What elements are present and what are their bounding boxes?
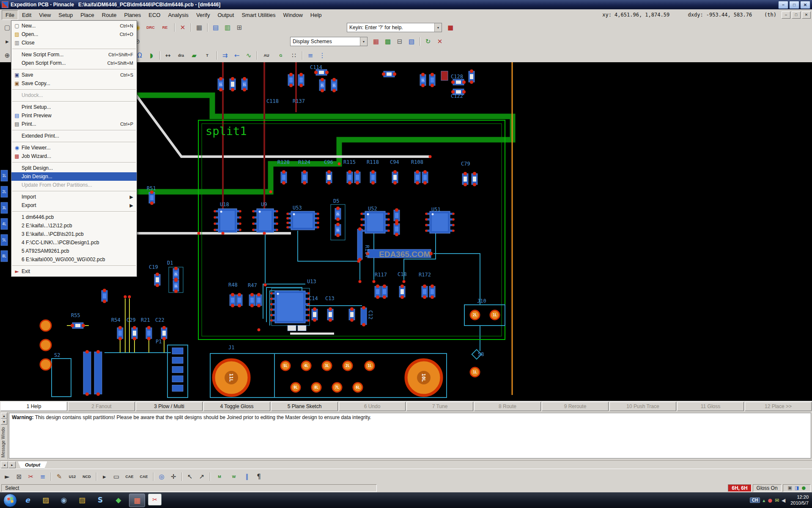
measure-distance-icon[interactable]: ↔	[162, 50, 173, 61]
push-shove-icon[interactable]: ⇉	[219, 50, 230, 61]
edge-component[interactable]: 3L	[1, 202, 8, 213]
part-lists-icon[interactable]: ▤	[210, 22, 221, 33]
component-r2v[interactable]	[381, 284, 387, 299]
move-mode-icon[interactable]: ↖	[184, 471, 195, 482]
macro-w-icon[interactable]: W	[227, 471, 241, 482]
component-pado[interactable]: 5L	[281, 361, 290, 370]
tune-serpentine-icon[interactable]: ∿	[243, 50, 254, 61]
component-pado[interactable]: 2L	[343, 361, 352, 370]
menu-item-print-setup[interactable]: Print Setup...	[11, 103, 137, 111]
component-pado[interactable]	[40, 359, 51, 370]
stop-process-icon[interactable]: ■	[445, 22, 456, 33]
edge-component[interactable]: 1L	[1, 170, 8, 181]
component-ic[interactable]	[425, 211, 455, 233]
menu-item-save-copy[interactable]: ▣Save Copy...	[11, 79, 137, 88]
crosshair-icon[interactable]: ✛	[168, 471, 179, 482]
menu-item-exit[interactable]: ►Exit	[11, 267, 137, 276]
component-pado[interactable]: 1L	[365, 361, 374, 370]
component-cap[interactable]	[349, 307, 355, 322]
menu-item-3-e-kaifa-pcb-ts201-pcb[interactable]: 3 E:\kaifa\...\PCB\ts201.pcb	[11, 230, 137, 238]
taskbar-app-green-icon[interactable]: ◆	[111, 494, 126, 506]
component-r2v[interactable]	[394, 222, 400, 236]
menu-item-open[interactable]: ▨Open...Ctrl+O	[11, 30, 137, 39]
menu-window[interactable]: Window	[280, 10, 307, 20]
component-padbig[interactable]: 11L	[214, 360, 249, 395]
via-pad[interactable]	[269, 190, 272, 193]
component-r2v[interactable]	[249, 293, 255, 307]
minimize-icon[interactable]	[778, 1, 788, 9]
batch-drc-icon[interactable]: DRC	[144, 22, 157, 33]
menu-setup[interactable]: Setup	[55, 10, 77, 20]
via-pad[interactable]	[403, 280, 406, 283]
component-r2v[interactable]	[288, 73, 294, 87]
tray-net-icon[interactable]: ▴	[763, 497, 765, 503]
component-ic[interactable]	[286, 211, 319, 230]
maximize-icon[interactable]	[789, 1, 799, 9]
component-r2v[interactable]	[429, 284, 435, 299]
component-bar[interactable]	[94, 350, 102, 396]
distribute-objects-icon[interactable]: ⋮	[317, 50, 328, 61]
fill-planes-icon[interactable]: ▧	[406, 36, 417, 47]
component-cap[interactable]: 1L	[173, 279, 179, 293]
component-cap[interactable]	[469, 69, 475, 84]
component-cap[interactable]	[312, 307, 318, 322]
component-cap[interactable]	[327, 307, 333, 322]
component-r2v[interactable]	[422, 284, 428, 299]
notes-icon[interactable]: ¶	[253, 471, 264, 482]
component-bar[interactable]	[83, 350, 91, 396]
align-objects-icon[interactable]: ≡	[305, 50, 316, 61]
edge-component[interactable]: 8L	[1, 251, 8, 262]
menu-item-file-viewer[interactable]: ◉File Viewer...	[11, 144, 137, 152]
component-r2h[interactable]	[451, 79, 466, 85]
component-r2v[interactable]	[429, 73, 435, 87]
fkey-4-toggle-gloss[interactable]: 4 Toggle Gloss	[203, 402, 270, 411]
delete-icon[interactable]: ✕	[177, 22, 188, 33]
fkey-3-plow-multi[interactable]: 3 Plow / Multi	[136, 402, 203, 411]
tab-scroll-right-icon[interactable]	[8, 461, 16, 468]
fkey-1-help[interactable]: 1 Help	[0, 402, 67, 411]
component-pado[interactable]: 8L	[312, 383, 321, 392]
menu-item-5-at92sam9261-pcb[interactable]: 5 AT92SAM9261.pcb	[11, 247, 137, 255]
via-pad[interactable]	[338, 163, 341, 166]
draw-mode-icon[interactable]: dra	[174, 50, 188, 61]
component-r2v[interactable]	[298, 73, 304, 87]
close-icon[interactable]	[800, 1, 810, 9]
menu-item-export[interactable]: Export▶	[11, 201, 137, 210]
select-pointer-icon[interactable]: ►	[2, 471, 13, 482]
tab-output[interactable]: Output	[18, 461, 47, 469]
clip-view-icon[interactable]: ⊟	[394, 36, 405, 47]
component-cap[interactable]	[326, 170, 332, 185]
menu-item-6-e-kaifa-000-wg-000-wg-002-pcb[interactable]: 6 E:\kaifa\000_WG\000_WG\002.pcb	[11, 255, 137, 264]
component-cap[interactable]: 2L	[319, 78, 325, 92]
component-r2h[interactable]	[71, 323, 85, 329]
component-pado[interactable]: 1L	[490, 310, 499, 320]
redraw-icon[interactable]: ↻	[422, 36, 433, 47]
status-layer-icon[interactable]: ◨	[795, 485, 799, 491]
component-bar[interactable]	[172, 357, 183, 364]
component-bar[interactable]	[172, 385, 183, 392]
component-r2h[interactable]	[314, 69, 329, 75]
menu-item-1-dm6446-pcb[interactable]: 1 dm6446.pcb	[11, 213, 137, 221]
component-cap[interactable]: 1L	[241, 77, 247, 91]
status-grid-icon[interactable]: ▣	[788, 485, 792, 491]
component-r2v[interactable]	[146, 326, 152, 340]
menu-planes[interactable]: Planes	[121, 10, 145, 20]
menu-item-job-wizard[interactable]: ▩Job Wizard...	[11, 152, 137, 160]
menu-analysis[interactable]: Analysis	[164, 10, 192, 20]
menu-help[interactable]: Help	[307, 10, 326, 20]
net-scissors-icon[interactable]: ✂	[25, 471, 36, 482]
menu-file[interactable]: File	[2, 10, 18, 20]
menu-item-import[interactable]: Import▶	[11, 193, 137, 201]
menu-item-2-e-kaifa-12-12-pcb[interactable]: 2 E:\kaifa\...\12\12.pcb	[11, 221, 137, 230]
component-r2v[interactable]	[117, 326, 123, 340]
fixed-objects-icon[interactable]: ⊠	[14, 471, 25, 482]
component-bar[interactable]	[298, 326, 306, 331]
tray-volume-icon[interactable]: ◀	[782, 497, 785, 503]
menu-item-new[interactable]: ▢New...Ctrl+N	[11, 22, 137, 30]
component-pado[interactable]: 2L	[470, 310, 480, 320]
component-cap[interactable]	[472, 172, 477, 186]
message-scroll-up-icon[interactable]	[1, 413, 7, 419]
menu-item-save[interactable]: ▣SaveCtrl+S	[11, 71, 137, 79]
component-pado[interactable]: 7L	[332, 383, 342, 392]
component-r2h[interactable]	[382, 71, 396, 77]
